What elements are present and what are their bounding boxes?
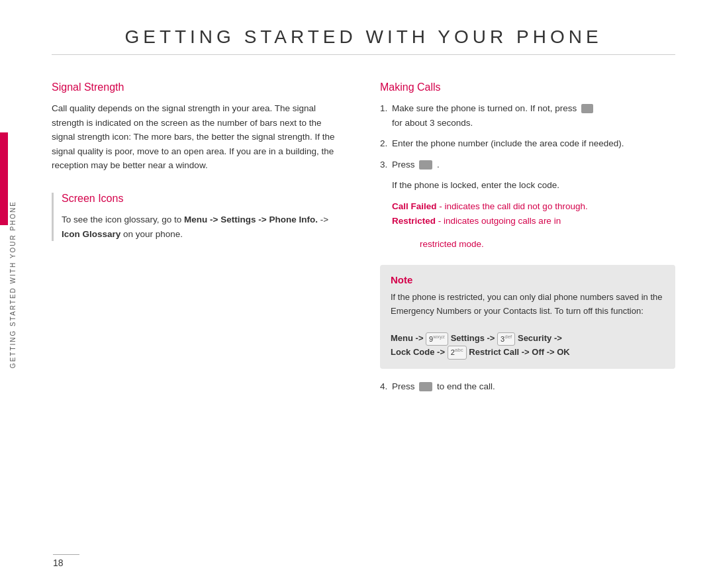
note-settings: Settings ->: [451, 333, 495, 343]
item1-sub: for about 3 seconds.: [392, 118, 473, 128]
screen-icons-heading: Screen Icons: [62, 193, 347, 205]
making-calls-heading: Making Calls: [380, 81, 675, 93]
note-heading: Note: [391, 274, 665, 285]
restricted-line: Restricted - indicates outgoing calls ar…: [380, 214, 675, 228]
end-call-icon: [419, 382, 432, 391]
page-number: 18: [53, 558, 64, 568]
list-item-2: Enter the phone number (include the area…: [380, 136, 675, 151]
note-body-text: If the phone is restricted, you can only…: [391, 292, 662, 316]
key-9-sup: wxyz: [433, 334, 445, 340]
restricted-sub: restricted mode.: [380, 237, 675, 252]
page-number-section: 18: [53, 554, 79, 568]
left-column: Signal Strength Call quality depends on …: [52, 81, 347, 393]
two-col-layout: Signal Strength Call quality depends on …: [52, 81, 675, 393]
call-failed-text: - indicates the call did not go through.: [437, 201, 588, 211]
send-icon: [419, 160, 432, 170]
key-2-badge: 2abc: [448, 346, 467, 359]
list-item-4: 4. Press to end the call.: [380, 379, 675, 394]
screen-icons-prefix: To see the icon glossary, go to: [62, 215, 184, 224]
list-item-1: Make sure the phone is turned on. If not…: [380, 101, 675, 130]
key-3-badge: 3def: [497, 332, 515, 346]
signal-strength-section: Signal Strength Call quality depends on …: [52, 81, 347, 173]
right-column: Making Calls Make sure the phone is turn…: [380, 81, 675, 393]
phone-info-label: Phone Info.: [269, 215, 318, 224]
item2-text: Enter the phone number (include the area…: [392, 138, 624, 148]
item3-period: .: [437, 160, 440, 170]
power-icon: [581, 104, 593, 113]
note-box: Note If the phone is restricted, you can…: [380, 265, 675, 369]
main-content: GETTING STARTED WITH YOUR PHONE Signal S…: [25, 0, 715, 588]
lock-code-text: If the phone is locked, enter the lock c…: [380, 178, 675, 193]
side-tab-text: GETTING STARTED WITH YOUR PHONE: [0, 119, 25, 450]
page-number-line: [53, 554, 79, 555]
icon-glossary-label: Icon Glossary: [62, 229, 120, 239]
note-security: Security ->: [518, 333, 562, 343]
call-failed-label: Call Failed: [392, 201, 437, 211]
note-menu: Menu ->: [391, 333, 423, 343]
making-calls-list: Make sure the phone is turned on. If not…: [380, 101, 675, 172]
key-9-badge: 9wxyz: [426, 332, 448, 346]
item4-number: 4.: [380, 379, 387, 394]
item4-press: Press: [392, 381, 415, 391]
side-tab: GETTING STARTED WITH YOUR PHONE: [0, 0, 25, 588]
item4-suffix: to end the call.: [437, 381, 495, 391]
signal-strength-heading: Signal Strength: [52, 81, 347, 93]
signal-strength-body: Call quality depends on the signal stren…: [52, 101, 347, 173]
restricted-text: - indicates outgoing calls are in: [436, 216, 561, 226]
note-restrict: Restrict Call -> Off -> OK: [469, 347, 569, 357]
list-item-3: Press .: [380, 158, 675, 172]
note-body: If the phone is restricted, you can only…: [391, 291, 665, 360]
screen-icons-body: To see the icon glossary, go to Menu -> …: [62, 213, 347, 241]
page-title: GETTING STARTED WITH YOUR PHONE: [52, 26, 675, 55]
note-lock-line: Lock Code ->: [391, 347, 445, 357]
call-failed-line: Call Failed - indicates the call did not…: [380, 199, 675, 214]
restricted-label: Restricted: [392, 216, 436, 226]
key-3-sup: def: [504, 334, 512, 340]
key-2-sup: abc: [455, 347, 463, 353]
screen-icons-section: Screen Icons To see the icon glossary, g…: [52, 193, 347, 241]
item1-text: Make sure the phone is turned on. If not…: [392, 103, 577, 113]
making-calls-section: Making Calls Make sure the phone is turn…: [380, 81, 675, 252]
side-tab-label: GETTING STARTED WITH YOUR PHONE: [9, 201, 17, 368]
screen-icons-menu: Menu -> Settings ->: [184, 215, 267, 224]
page-container: GETTING STARTED WITH YOUR PHONE GETTING …: [0, 0, 715, 588]
item3-press-text: Press: [392, 160, 415, 170]
